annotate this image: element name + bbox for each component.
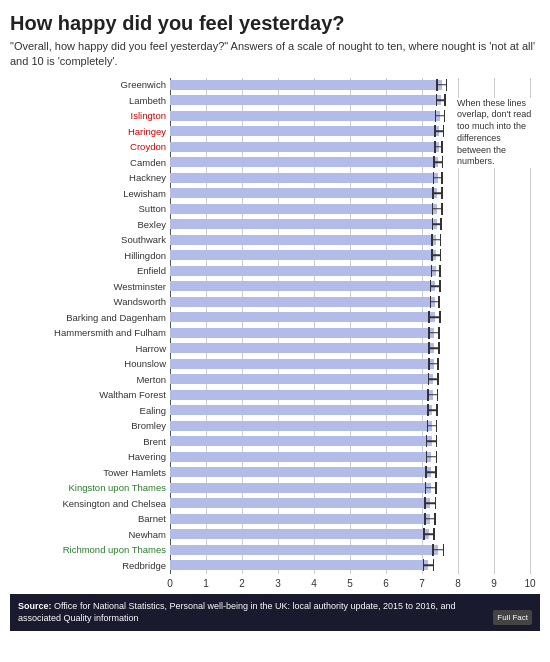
x-axis-label: 1 <box>198 578 214 589</box>
bar-fill <box>170 142 439 152</box>
error-bar <box>432 218 442 230</box>
error-bar <box>431 265 441 277</box>
bar-label: Lambeth <box>129 93 170 107</box>
error-bar <box>427 404 438 416</box>
error-bar <box>428 373 439 385</box>
bar-fill <box>170 467 431 477</box>
chart-area: GreenwichLambethIslingtonHaringeyCroydon… <box>10 78 540 590</box>
bar-label: Barking and Dagenham <box>66 310 170 324</box>
bar-label: Ealing <box>140 403 170 417</box>
bars-column: When these lines overlap, don't read too… <box>170 78 530 574</box>
bar-label: Greenwich <box>121 78 170 92</box>
error-bar <box>425 466 437 478</box>
bar-label: Havering <box>128 450 170 464</box>
bar-label: Wandsworth <box>114 295 170 309</box>
bar-fill <box>170 204 437 214</box>
error-bar <box>434 141 443 153</box>
bar-fill <box>170 219 437 229</box>
x-axis-label: 7 <box>414 578 430 589</box>
bar-label: Croydon <box>130 140 170 154</box>
source-text: Source: Office for National Statistics, … <box>18 600 485 625</box>
bar-fill <box>170 421 432 431</box>
bar-label: Lewisham <box>123 186 170 200</box>
error-bar <box>424 497 436 509</box>
bar-fill <box>170 80 442 90</box>
bar-label: Richmond upon Thames <box>63 543 170 557</box>
bar-fill <box>170 266 436 276</box>
bar-fill <box>170 560 428 570</box>
bar-row <box>170 512 530 526</box>
bar-label: Kensington and Chelsea <box>62 496 170 510</box>
error-bar <box>430 280 441 292</box>
error-bar <box>433 172 443 184</box>
bar-label: Sutton <box>139 202 170 216</box>
bar-row <box>170 171 530 185</box>
bar-label: Hillingdon <box>124 248 170 262</box>
bar-fill <box>170 498 430 508</box>
full-fact-badge: Full Fact <box>493 610 532 625</box>
error-bar <box>427 389 438 401</box>
bar-label: Redbridge <box>122 558 170 572</box>
bar-row <box>170 202 530 216</box>
x-axis-label: 6 <box>378 578 394 589</box>
bar-row <box>170 109 530 123</box>
bar-row <box>170 450 530 464</box>
error-bar <box>423 559 435 571</box>
bar-row <box>170 279 530 293</box>
error-bar <box>434 125 444 137</box>
bar-label: Camden <box>130 155 170 169</box>
bar-row <box>170 388 530 402</box>
error-bar <box>426 435 438 447</box>
bar-label: Southwark <box>121 233 170 247</box>
bar-row <box>170 558 530 572</box>
bar-fill <box>170 95 441 105</box>
bar-row <box>170 140 530 154</box>
bar-fill <box>170 390 433 400</box>
bar-label: Hounslow <box>124 357 170 371</box>
bar-label: Tower Hamlets <box>103 465 170 479</box>
bar-row <box>170 155 530 169</box>
bar-label: Hackney <box>129 171 170 185</box>
x-axis-label: 5 <box>342 578 358 589</box>
bar-row <box>170 403 530 417</box>
error-bar <box>432 203 443 215</box>
error-bar <box>428 358 439 370</box>
bar-row <box>170 527 530 541</box>
bar-row <box>170 217 530 231</box>
bar-label: Merton <box>136 372 170 386</box>
bar-fill <box>170 436 432 446</box>
error-bar <box>430 296 440 308</box>
bar-row <box>170 496 530 510</box>
bar-row <box>170 372 530 386</box>
x-axis-label: 0 <box>162 578 178 589</box>
bar-fill <box>170 235 436 245</box>
bar-row <box>170 341 530 355</box>
bar-label: Westminster <box>113 279 170 293</box>
bar-fill <box>170 359 434 369</box>
error-bar <box>424 513 436 525</box>
bar-fill <box>170 343 434 353</box>
labels-column: GreenwichLambethIslingtonHaringeyCroydon… <box>10 78 170 574</box>
bar-fill <box>170 514 430 524</box>
bar-row <box>170 481 530 495</box>
error-bar <box>426 451 438 463</box>
error-bar <box>425 482 437 494</box>
bar-label: Kingston upon Thames <box>68 481 170 495</box>
error-bar <box>432 544 444 556</box>
source-detail: Office for National Statistics, Personal… <box>18 601 456 624</box>
bar-label: Bexley <box>137 217 170 231</box>
error-bar <box>431 249 441 261</box>
bar-row <box>170 310 530 324</box>
bar-fill <box>170 483 431 493</box>
x-axis-label: 3 <box>270 578 286 589</box>
bar-label: Barnet <box>138 512 170 526</box>
bar-label: Brent <box>143 434 170 448</box>
main-title: How happy did you feel yesterday? <box>10 12 540 35</box>
bar-row <box>170 357 530 371</box>
bar-row <box>170 233 530 247</box>
bar-fill <box>170 312 435 322</box>
bar-fill <box>170 374 433 384</box>
bar-fill <box>170 281 435 291</box>
bar-label: Haringey <box>128 124 170 138</box>
error-bar <box>432 187 442 199</box>
